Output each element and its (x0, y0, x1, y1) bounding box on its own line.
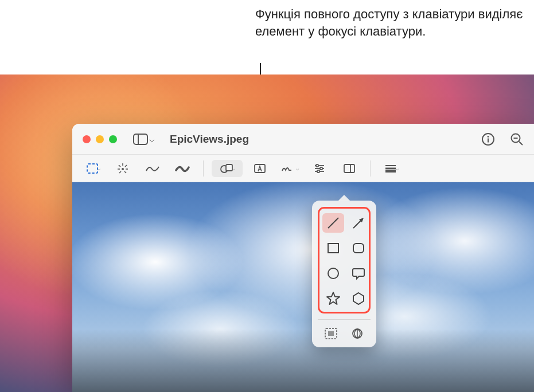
image-canvas[interactable] (72, 182, 534, 392)
rectangle-icon (326, 241, 341, 256)
adjust-color-icon (313, 163, 326, 174)
chevron-down-icon: ⌵ (149, 134, 155, 144)
toolbar-separator (370, 160, 371, 177)
callout-text: Функція повного доступу з клавіатури вид… (255, 6, 531, 40)
oval-icon (326, 266, 341, 281)
text-button[interactable] (247, 160, 272, 177)
sign-icon (281, 163, 297, 174)
svg-rect-26 (344, 164, 354, 173)
shape-speech-bubble-button[interactable] (348, 264, 369, 283)
svg-point-16 (122, 168, 124, 170)
zoom-out-button[interactable] (510, 132, 524, 146)
instant-alpha-icon (116, 162, 130, 175)
info-icon (481, 132, 495, 146)
instant-alpha-button[interactable] (110, 160, 135, 177)
preview-window: ⌵ EpicViews.jpeg (72, 124, 534, 392)
speech-bubble-icon (351, 266, 366, 281)
selection-icon (86, 163, 99, 174)
svg-point-23 (320, 167, 322, 169)
star-icon (326, 291, 341, 306)
crop-icon (343, 163, 356, 174)
minimize-window-button[interactable] (96, 135, 104, 143)
svg-point-25 (317, 170, 319, 172)
svg-rect-4 (488, 138, 489, 142)
shape-star-button[interactable] (322, 289, 344, 308)
zoom-out-icon (510, 132, 524, 146)
shape-rectangle-button[interactable] (322, 238, 344, 258)
shape-arrow-button[interactable] (348, 213, 369, 233)
shapes-grid-focus-highlight (318, 207, 371, 313)
info-button[interactable] (481, 132, 495, 146)
sign-button[interactable]: ⌵ (277, 160, 302, 177)
svg-point-21 (316, 164, 318, 166)
draw-icon (175, 163, 190, 174)
close-window-button[interactable] (83, 135, 91, 143)
text-icon (254, 163, 266, 174)
selection-tool-button[interactable]: ⌵ (80, 160, 106, 177)
chevron-down-icon: ⌵ (396, 166, 399, 171)
shape-line-button[interactable] (322, 213, 344, 233)
svg-line-11 (125, 165, 127, 167)
loupe-icon (350, 327, 364, 340)
loupe-button[interactable] (347, 325, 368, 342)
svg-rect-0 (134, 134, 147, 144)
sidebar-icon (133, 134, 148, 145)
arrow-icon (351, 215, 366, 230)
sketch-button[interactable] (140, 160, 165, 177)
crop-button[interactable] (337, 160, 362, 177)
svg-line-31 (328, 218, 338, 228)
svg-marker-38 (353, 293, 364, 304)
shape-oval-button[interactable] (322, 264, 344, 283)
toolbar-separator (203, 160, 204, 177)
svg-rect-18 (226, 164, 232, 171)
shapes-button[interactable]: ⌵ (212, 160, 243, 177)
zoom-window-button[interactable] (109, 135, 117, 143)
mask-icon (324, 327, 338, 340)
svg-line-10 (119, 165, 120, 167)
chevron-down-icon: ⌵ (296, 166, 299, 171)
adjust-color-button[interactable] (307, 160, 332, 177)
svg-line-14 (119, 171, 121, 173)
svg-rect-8 (87, 164, 98, 173)
shape-polygon-button[interactable] (348, 289, 369, 308)
sidebar-toggle-button[interactable]: ⌵ (133, 131, 159, 148)
line-icon (326, 215, 341, 230)
shapes-popover (312, 201, 376, 347)
shape-rounded-rectangle-button[interactable] (348, 238, 369, 258)
svg-line-6 (519, 142, 523, 145)
rounded-rectangle-icon (351, 241, 366, 256)
mask-button[interactable] (321, 325, 341, 342)
svg-rect-40 (328, 331, 334, 336)
shapes-popover-footer (318, 319, 371, 342)
svg-rect-34 (328, 244, 338, 253)
polygon-icon (351, 291, 366, 306)
window-controls (83, 135, 117, 143)
svg-point-3 (488, 136, 489, 138)
svg-line-15 (124, 171, 126, 173)
svg-marker-37 (327, 292, 340, 304)
titlebar: ⌵ EpicViews.jpeg (72, 124, 534, 155)
chevron-down-icon: ⌵ (98, 166, 100, 171)
svg-point-36 (328, 268, 338, 279)
chevron-down-icon: ⌵ (232, 166, 235, 171)
shapes-icon (220, 163, 233, 174)
draw-button[interactable] (170, 160, 195, 177)
border-style-icon (384, 164, 397, 173)
sketch-icon (145, 163, 160, 174)
markup-toolbar: ⌵ (72, 155, 534, 182)
svg-rect-35 (353, 244, 364, 253)
border-style-button[interactable]: ⌵ (379, 160, 404, 177)
window-title: EpicViews.jpeg (170, 133, 249, 146)
